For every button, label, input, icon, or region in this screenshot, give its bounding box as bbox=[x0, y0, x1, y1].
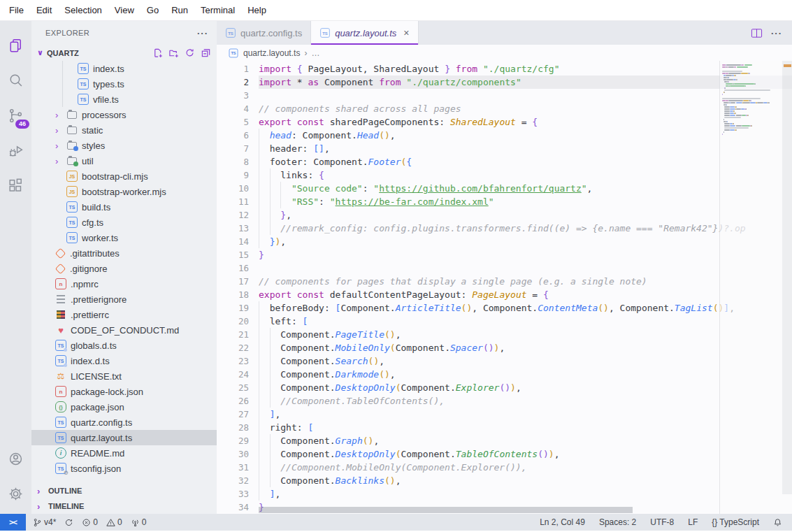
code-line-4[interactable]: 4// components shared across all pages bbox=[217, 102, 792, 115]
code-line-8[interactable]: 8footer: Component.Footer({ bbox=[217, 155, 792, 168]
editor-code-area[interactable]: 1import { PageLayout, SharedLayout } fro… bbox=[217, 61, 792, 514]
activity-settings[interactable] bbox=[0, 476, 31, 511]
code-line-6[interactable]: 6head: Component.Head(), bbox=[217, 129, 792, 142]
tree-item-quartz-layout-ts[interactable]: TSquartz.layout.ts bbox=[31, 430, 217, 445]
code-line-33[interactable]: 33], bbox=[217, 487, 792, 501]
collapse-all-icon[interactable] bbox=[201, 48, 211, 58]
code-line-22[interactable]: 22Component.MobileOnly(Component.Spacer(… bbox=[217, 341, 792, 354]
tree-item-npmrc[interactable]: n.npmrc bbox=[31, 276, 217, 292]
status-error[interactable]: 0 bbox=[78, 514, 102, 531]
breadcrumb-file[interactable]: quartz.layout.ts bbox=[243, 48, 300, 58]
code-line-9[interactable]: 9links: { bbox=[217, 168, 792, 182]
code-line-15[interactable]: 15} bbox=[217, 248, 792, 261]
code-line-27[interactable]: 27], bbox=[217, 408, 792, 421]
remote-indicator[interactable]: >< bbox=[0, 514, 26, 531]
menu-view[interactable]: View bbox=[108, 0, 141, 20]
code-line-32[interactable]: 32Component.Backlinks(), bbox=[217, 474, 792, 487]
status-warning[interactable]: 0 bbox=[102, 514, 127, 531]
code-line-13[interactable]: 13//remark_config: config.plugins.transf… bbox=[217, 222, 792, 235]
status-typescript[interactable]: {}TypeScript bbox=[707, 514, 763, 531]
menu-file[interactable]: File bbox=[3, 0, 30, 20]
activity-accounts[interactable] bbox=[0, 441, 31, 476]
status-bell[interactable] bbox=[769, 514, 786, 531]
close-icon[interactable]: × bbox=[403, 28, 409, 38]
tree-item-index-d-ts[interactable]: TSindex.d.ts bbox=[31, 353, 217, 368]
code-line-28[interactable]: 28right: [ bbox=[217, 421, 792, 434]
code-line-26[interactable]: 26//Component.TableOfContents(), bbox=[217, 394, 792, 408]
activity-extensions[interactable] bbox=[0, 168, 31, 203]
code-line-7[interactable]: 7header: [], bbox=[217, 142, 792, 155]
code-line-31[interactable]: 31//Component.MobileOnly(Component.Explo… bbox=[217, 461, 792, 474]
menu-help[interactable]: Help bbox=[241, 0, 273, 20]
new-file-icon[interactable] bbox=[152, 48, 163, 58]
code-line-1[interactable]: 1import { PageLayout, SharedLayout } fro… bbox=[217, 62, 792, 76]
explorer-section-header[interactable]: ∨ QUARTZ bbox=[31, 45, 217, 61]
panel-timeline[interactable]: ›TIMELINE bbox=[31, 498, 217, 514]
tree-item-bootstrap-cli-mjs[interactable]: JSbootstrap-cli.mjs bbox=[31, 168, 217, 184]
tree-item-bootstrap-worker-mjs[interactable]: JSbootstrap-worker.mjs bbox=[31, 184, 217, 199]
code-line-30[interactable]: 30Component.DesktopOnly(Component.TableO… bbox=[217, 447, 792, 461]
activity-run-debug[interactable] bbox=[0, 133, 31, 168]
split-editor-icon[interactable] bbox=[751, 28, 763, 38]
editor-more-icon[interactable]: ··· bbox=[771, 28, 782, 38]
tree-item-prettierrc[interactable]: .prettierrc bbox=[31, 307, 217, 322]
minimap[interactable] bbox=[719, 61, 792, 514]
tree-item-static[interactable]: ›static bbox=[31, 122, 217, 138]
tree-item-processors[interactable]: ›processors bbox=[31, 107, 217, 122]
code-line-25[interactable]: 25Component.DesktopOnly(Component.Explor… bbox=[217, 381, 792, 394]
tree-item-build-ts[interactable]: TSbuild.ts bbox=[31, 199, 217, 215]
activity-explorer[interactable] bbox=[0, 28, 31, 63]
code-line-21[interactable]: 21Component.PageTitle(), bbox=[217, 328, 792, 341]
code-line-14[interactable]: 14}), bbox=[217, 235, 792, 248]
status-tower[interactable]: 0 bbox=[127, 514, 151, 531]
code-line-19[interactable]: 19beforeBody: [Component.ArticleTitle(),… bbox=[217, 301, 792, 315]
code-line-16[interactable]: 16 bbox=[217, 261, 792, 275]
code-line-3[interactable]: 3 bbox=[217, 89, 792, 102]
tree-item-gitattributes[interactable]: .gitattributes bbox=[31, 245, 217, 261]
activity-search[interactable] bbox=[0, 63, 31, 98]
new-folder-icon[interactable] bbox=[168, 48, 179, 58]
tree-item-prettierignore[interactable]: .prettierignore bbox=[31, 292, 217, 307]
status-spaces-2[interactable]: Spaces: 2 bbox=[595, 514, 640, 531]
refresh-icon[interactable] bbox=[185, 48, 195, 58]
tree-item-license-txt[interactable]: ⚖LICENSE.txt bbox=[31, 368, 217, 384]
tree-item-gitignore[interactable]: .gitignore bbox=[31, 261, 217, 276]
tree-item-code-of-conduct-md[interactable]: ♥CODE_OF_CONDUCT.md bbox=[31, 322, 217, 338]
code-line-18[interactable]: 18export const defaultContentPageLayout:… bbox=[217, 288, 792, 301]
status-ln-2-col-49[interactable]: Ln 2, Col 49 bbox=[535, 514, 589, 531]
breadcrumb-symbol[interactable]: … bbox=[311, 48, 319, 58]
menu-edit[interactable]: Edit bbox=[30, 0, 58, 20]
horizontal-scrollbar[interactable] bbox=[259, 507, 633, 513]
tree-item-globals-d-ts[interactable]: TSglobals.d.ts bbox=[31, 338, 217, 353]
tree-item-cfg-ts[interactable]: TScfg.ts bbox=[31, 215, 217, 230]
code-line-5[interactable]: 5export const sharedPageComponents: Shar… bbox=[217, 115, 792, 129]
tree-item-styles[interactable]: ›styles bbox=[31, 138, 217, 153]
tree-item-package-lock-json[interactable]: npackage-lock.json bbox=[31, 384, 217, 399]
status-utf-8[interactable]: UTF-8 bbox=[646, 514, 678, 531]
activity-source-control[interactable]: 46 bbox=[0, 98, 31, 133]
tree-item-vfile-ts[interactable]: TSvfile.ts bbox=[31, 92, 217, 107]
status-branch[interactable]: v4* bbox=[29, 514, 60, 531]
code-line-17[interactable]: 17// components for pages that display a… bbox=[217, 275, 792, 288]
status-lf[interactable]: LF bbox=[684, 514, 702, 531]
panel-outline[interactable]: ›OUTLINE bbox=[31, 483, 217, 498]
tree-item-readme-md[interactable]: iREADME.md bbox=[31, 445, 217, 461]
tab-quartz-config-ts[interactable]: TSquartz.config.ts bbox=[217, 21, 311, 45]
status-sync[interactable] bbox=[60, 514, 78, 531]
menu-terminal[interactable]: Terminal bbox=[194, 0, 241, 20]
code-line-10[interactable]: 10"Source code": "https://github.com/bfa… bbox=[217, 182, 792, 195]
code-line-24[interactable]: 24Component.Darkmode(), bbox=[217, 368, 792, 381]
tree-item-worker-ts[interactable]: TSworker.ts bbox=[31, 230, 217, 245]
code-line-2[interactable]: 2import * as Component from "./quartz/co… bbox=[217, 76, 792, 89]
tree-item-tsconfig-json[interactable]: TStsconfig.json bbox=[31, 461, 217, 476]
sidebar-more-button[interactable]: ··· bbox=[197, 28, 208, 38]
code-line-20[interactable]: 20left: [ bbox=[217, 315, 792, 328]
code-line-23[interactable]: 23Component.Search(), bbox=[217, 354, 792, 368]
tree-item-types-ts[interactable]: TStypes.ts bbox=[31, 76, 217, 92]
vertical-scrollbar[interactable] bbox=[782, 61, 792, 494]
tab-quartz-layout-ts[interactable]: TSquartz.layout.ts× bbox=[311, 21, 418, 45]
code-line-29[interactable]: 29Component.Graph(), bbox=[217, 434, 792, 447]
code-line-12[interactable]: 12}, bbox=[217, 208, 792, 222]
menu-go[interactable]: Go bbox=[141, 0, 165, 20]
tree-item-util[interactable]: ›util bbox=[31, 153, 217, 168]
